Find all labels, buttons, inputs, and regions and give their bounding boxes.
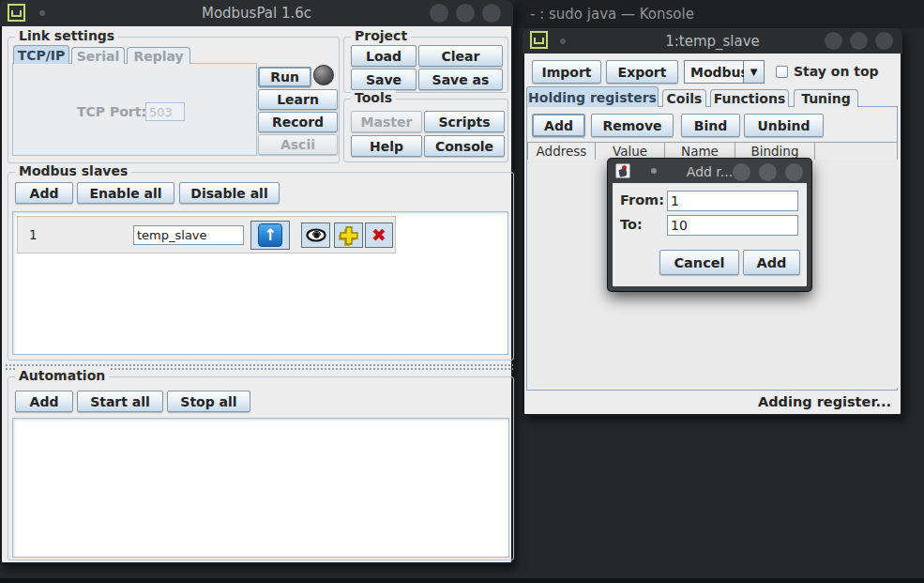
eye-icon <box>306 228 326 242</box>
modbuspal-titlebar[interactable]: ModbusPal 1.6c <box>0 0 513 26</box>
status-message: Adding register... <box>758 394 891 409</box>
slave-id: 1 <box>29 227 38 242</box>
enable-all-button[interactable]: Enable all <box>77 182 174 204</box>
tab-tcpip[interactable]: TCP/IP <box>13 45 69 64</box>
start-all-button[interactable]: Start all <box>77 391 163 412</box>
tools-title: Tools <box>351 90 396 105</box>
modbus-mode-select[interactable]: Modbus ▼ <box>684 60 765 84</box>
window-control-button[interactable] <box>850 32 868 50</box>
to-input[interactable] <box>667 215 798 236</box>
plus-icon <box>339 225 359 246</box>
stay-on-top-checkbox[interactable] <box>776 66 788 78</box>
dialog-content: From: To: Cancel Add <box>613 183 807 286</box>
run-button[interactable]: Run <box>258 67 311 87</box>
import-button[interactable]: Import <box>532 60 601 84</box>
link-settings-title: Link settings <box>15 28 118 43</box>
modbus-mode-value: Modbus <box>684 60 744 84</box>
scripts-button[interactable]: Scripts <box>424 111 505 132</box>
window-control-button[interactable] <box>825 32 842 50</box>
dialog-titlebar[interactable]: Add r... <box>608 159 811 183</box>
window-control-button[interactable] <box>785 163 803 181</box>
save-button[interactable]: Save <box>351 69 417 90</box>
register-remove-button[interactable]: Remove <box>591 114 674 137</box>
from-input[interactable] <box>667 191 798 211</box>
konsole-title: - : sudo java — Konsole <box>530 6 694 23</box>
to-label: To: <box>620 217 643 232</box>
delete-x-icon: ✖ <box>371 226 386 244</box>
save-as-button[interactable]: Save as <box>418 69 503 90</box>
slave-name-input[interactable] <box>133 225 244 245</box>
desktop-bottom-edge <box>0 578 924 583</box>
automation-add-button[interactable]: Add <box>15 391 73 412</box>
column-header-binding[interactable]: Binding <box>735 142 815 161</box>
window-control-button[interactable] <box>733 163 750 181</box>
column-header-value[interactable]: Value <box>595 142 665 161</box>
automation-list <box>12 418 509 558</box>
stop-all-button[interactable]: Stop all <box>167 391 250 412</box>
stay-on-top-label: Stay on top <box>794 64 879 79</box>
desktop: - : sudo java — Konsole ModbusPal 1.6c L… <box>0 0 924 583</box>
slave-window-title: 1:temp_slave <box>523 33 902 50</box>
register-add-button[interactable]: Add <box>532 114 585 137</box>
tab-coils[interactable]: Coils <box>662 89 706 107</box>
tab-tuning[interactable]: Tuning <box>794 89 858 107</box>
ascii-button[interactable]: Ascii <box>258 134 338 155</box>
clear-button[interactable]: Clear <box>418 45 503 67</box>
slave-titlebar[interactable]: 1:temp_slave <box>523 28 902 54</box>
konsole-titlebar[interactable]: - : sudo java — Konsole <box>515 0 924 28</box>
tab-serial[interactable]: Serial <box>71 47 125 64</box>
tcp-port-label: TCP Port: <box>77 104 143 119</box>
tab-functions[interactable]: Functions <box>710 89 789 107</box>
slave-row[interactable]: 1 ↑ <box>17 216 396 253</box>
help-button[interactable]: Help <box>351 135 422 157</box>
window-control-button[interactable] <box>875 32 893 50</box>
slaves-list: 1 ↑ <box>12 211 508 355</box>
slave-duplicate-button[interactable] <box>334 222 363 248</box>
master-button[interactable]: Master <box>351 111 422 132</box>
slave-enabled-toggle-button[interactable]: ↑ <box>250 221 290 250</box>
tab-holding-registers[interactable]: Holding registers <box>526 86 659 107</box>
register-bind-button[interactable]: Bind <box>681 114 740 137</box>
dialog-title: Add r... <box>608 164 811 179</box>
column-header-address[interactable]: Address <box>527 142 596 161</box>
register-unbind-button[interactable]: Unbind <box>744 114 824 137</box>
dialog-add-button[interactable]: Add <box>743 250 800 275</box>
tab-replay[interactable]: Replay <box>127 47 190 64</box>
learn-button[interactable]: Learn <box>258 89 338 110</box>
slave-delete-button[interactable]: ✖ <box>365 222 393 248</box>
automation-title: Automation <box>15 368 109 383</box>
up-arrow-icon: ↑ <box>258 223 282 247</box>
console-button[interactable]: Console <box>424 135 505 157</box>
column-header-name[interactable]: Name <box>664 142 735 161</box>
modbus-slaves-title: Modbus slaves <box>15 163 131 178</box>
export-button[interactable]: Export <box>606 60 678 84</box>
slave-view-button[interactable] <box>301 222 330 248</box>
disable-all-button[interactable]: Disable all <box>179 182 280 204</box>
column-header-empty[interactable] <box>814 142 898 161</box>
run-led-indicator <box>313 65 334 85</box>
window-control-button[interactable] <box>482 4 501 23</box>
add-register-dialog: Add r... From: To: Cancel Add <box>608 159 811 291</box>
window-control-button[interactable] <box>456 4 475 23</box>
chevron-down-icon[interactable]: ▼ <box>744 60 765 84</box>
cancel-button[interactable]: Cancel <box>659 250 739 275</box>
from-label: From: <box>620 192 664 207</box>
tcp-port-input[interactable] <box>145 102 185 121</box>
window-control-button[interactable] <box>759 163 777 181</box>
window-control-button[interactable] <box>430 4 448 23</box>
project-title: Project <box>351 28 411 43</box>
modbuspal-window: ModbusPal 1.6c Link settings TCP/IP Seri… <box>0 0 513 564</box>
slaves-add-button[interactable]: Add <box>15 182 73 204</box>
record-button[interactable]: Record <box>258 112 338 132</box>
load-button[interactable]: Load <box>351 45 417 67</box>
